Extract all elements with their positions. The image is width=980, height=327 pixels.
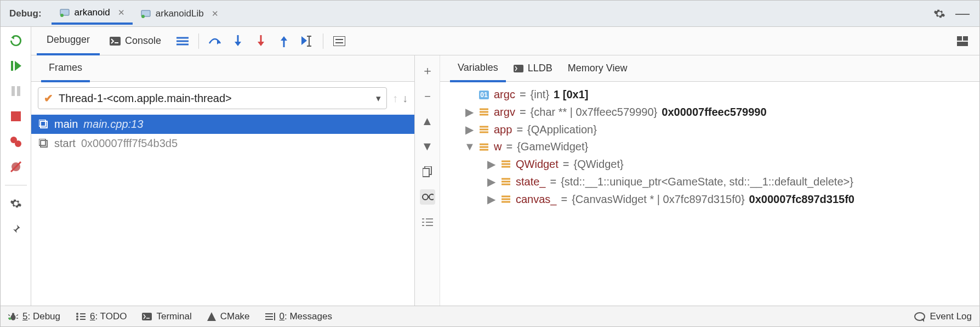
step-into-icon[interactable] [230,33,246,49]
minimize-icon[interactable]: — [954,5,971,22]
variable-type: {char ** | 0x7ffeec579990} [531,106,658,119]
variable-type: {CanvasWidget * | 0x7fc897d315f0} [572,193,744,206]
checkmark-icon: ✔ [44,92,53,105]
separator [323,33,323,49]
variable-value: 0x00007ffeec579990 [662,106,766,119]
layout-settings-icon[interactable] [954,33,971,49]
evaluate-expression-icon[interactable] [331,33,347,49]
equals-sign: = [550,176,556,188]
status-terminal-label: Terminal [156,311,191,322]
variable-row[interactable]: ▼w = {GameWidget} [442,138,977,155]
run-to-cursor-icon[interactable] [299,33,315,49]
status-todo-label: : TODO [95,311,127,322]
frame-name: start [54,137,76,150]
struct-icon [478,106,489,117]
rerun-icon[interactable] [7,31,25,50]
pause-icon[interactable] [7,82,25,100]
svg-rect-12 [110,37,121,46]
next-frame-icon[interactable]: ↓ [402,92,408,105]
tab-lldb[interactable]: LLDB [506,56,560,81]
variable-row[interactable]: 01argc = {int} 1 [0x1] [442,86,977,103]
svg-rect-26 [957,36,962,41]
status-todo[interactable]: 6: TODO [76,311,127,322]
step-out-icon[interactable] [276,33,292,49]
status-bar: 5: Debug 6: TODO Terminal CMake 0: Messa… [1,306,979,326]
mute-breakpoints-icon[interactable] [7,157,25,176]
status-debug-label: : Debug [27,311,60,322]
variable-name: argc [494,88,515,101]
equals-sign: = [516,123,523,136]
svg-rect-4 [11,61,13,71]
variable-row[interactable]: ▶argv = {char ** | 0x7ffeec579990} 0x000… [442,103,977,121]
run-config-tab-arkanoid[interactable]: arkanoid ✕ [52,3,133,25]
frame-name: main [54,118,78,131]
struct-icon [500,176,511,187]
frame-row[interactable]: main main.cpp:13 [31,115,414,134]
debug-actions-sidebar [1,27,31,306]
tab-console[interactable]: Console [100,27,171,54]
svg-point-74 [76,318,78,320]
force-step-into-icon[interactable] [253,33,269,49]
status-terminal[interactable]: Terminal [142,311,191,322]
status-messages[interactable]: 0: Messages [265,311,332,322]
pin-icon[interactable] [7,219,25,238]
svg-rect-30 [39,120,45,126]
gear-icon[interactable] [931,5,948,22]
tab-variables[interactable]: Variables [450,55,506,82]
run-config-tab-arkanoidlib[interactable]: arkanoidLib ✕ [133,4,226,24]
variable-type: {QWidget} [574,158,624,171]
frame-row[interactable]: start 0x00007fff7f54b3d5 [31,134,414,153]
frames-tab[interactable]: Frames [41,55,90,82]
variable-name: state_ [516,176,545,188]
status-event-log[interactable]: Event Log [914,311,972,322]
variable-name: canvas_ [516,193,557,206]
expander-icon[interactable]: ▶ [486,157,496,171]
expander-icon[interactable]: ▶ [464,123,474,136]
close-icon[interactable]: ✕ [118,8,125,18]
status-debug[interactable]: 5: Debug [8,311,60,322]
expander-icon[interactable]: ▶ [464,105,474,119]
tab-memory-label: Memory View [568,63,628,74]
thread-selector-label: Thread-1-<com.apple.main-thread> [59,92,371,105]
equals-sign: = [506,140,512,153]
svg-rect-23 [333,36,345,46]
svg-rect-29 [41,121,47,128]
variable-name: QWidget [516,158,559,171]
prev-frame-icon[interactable]: ↑ [392,92,398,105]
terminal-icon [142,313,152,320]
status-cmake[interactable]: CMake [207,311,250,322]
duplicate-watch-icon[interactable] [420,164,435,179]
debug-panel-label: Debug: [9,8,42,19]
close-icon[interactable]: ✕ [212,9,219,19]
tab-debugger[interactable]: Debugger [37,27,100,55]
stop-icon[interactable] [7,107,25,126]
svg-rect-5 [12,86,15,96]
svg-point-63 [11,314,16,320]
variable-value: 1 [0x1] [554,88,588,101]
step-over-icon[interactable] [207,33,223,49]
new-watch-icon[interactable]: ＋ [420,63,435,78]
variable-row[interactable]: ▶canvas_ = {CanvasWidget * | 0x7fc897d31… [442,190,977,208]
svg-rect-27 [963,36,968,41]
expander-icon[interactable]: ▼ [464,140,474,153]
variable-row[interactable]: ▶QWidget = {QWidget} [442,155,977,173]
threads-icon[interactable] [174,33,191,49]
tab-memory-view[interactable]: Memory View [560,56,635,81]
svg-point-72 [76,315,78,318]
variable-row[interactable]: ▶state_ = {std::__1::unique_ptr<GameStat… [442,173,977,190]
resume-icon[interactable] [7,57,25,75]
list-layout-icon[interactable] [420,215,435,230]
show-watches-icon[interactable] [420,189,435,205]
move-up-icon[interactable]: ▲ [420,114,435,129]
svg-rect-44 [514,65,523,72]
expander-icon[interactable]: ▶ [486,193,496,206]
svg-point-70 [76,313,78,315]
view-breakpoints-icon[interactable] [7,132,25,151]
variables-header: Variables LLDB Memory View [440,55,979,82]
expander-icon[interactable]: ▶ [486,175,496,188]
variable-row[interactable]: ▶app = {QApplication} [442,121,977,138]
thread-selector[interactable]: ✔ Thread-1-<com.apple.main-thread> ▾ [38,87,387,109]
remove-watch-icon[interactable]: － [420,88,435,104]
move-down-icon[interactable]: ▼ [420,139,435,154]
settings-icon[interactable] [7,194,25,213]
